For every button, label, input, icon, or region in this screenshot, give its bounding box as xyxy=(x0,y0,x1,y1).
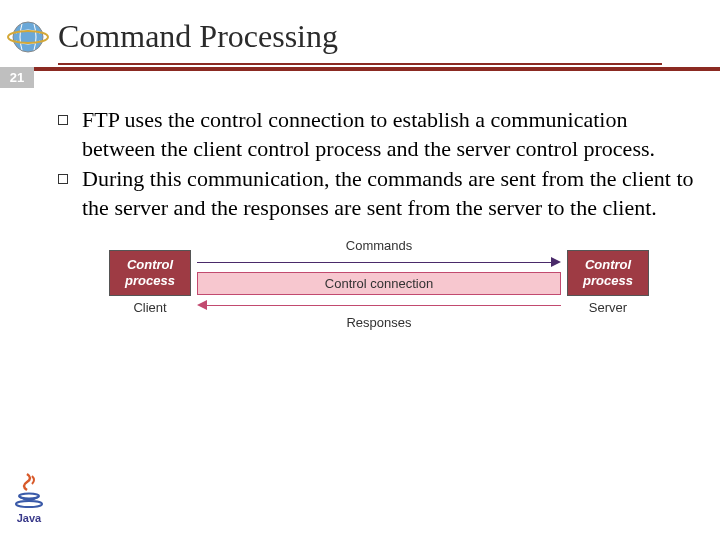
list-item: During this communication, the commands … xyxy=(58,165,700,222)
bullet-text: FTP uses the control connection to estab… xyxy=(82,106,700,163)
slide-header: Command Processing xyxy=(0,0,720,63)
commands-label: Commands xyxy=(346,238,412,253)
bullet-icon xyxy=(58,174,68,184)
responses-label: Responses xyxy=(346,315,411,330)
java-logo: Java xyxy=(6,470,52,530)
bullet-list: FTP uses the control connection to estab… xyxy=(58,106,700,222)
java-text: Java xyxy=(17,512,41,524)
list-item: FTP uses the control connection to estab… xyxy=(58,106,700,163)
slide-content: FTP uses the control connection to estab… xyxy=(0,88,720,330)
server-label: Server xyxy=(589,300,627,315)
title-underline xyxy=(58,63,662,65)
svg-point-0 xyxy=(13,22,43,52)
diagram-middle: Commands Control connection Responses xyxy=(191,250,567,330)
client-label: Client xyxy=(133,300,166,315)
page-number-bar xyxy=(34,67,720,71)
server-group: Control process Server xyxy=(567,250,649,314)
page-number: 21 xyxy=(0,67,34,88)
client-process-box: Control process xyxy=(109,250,191,295)
svg-point-3 xyxy=(16,501,42,507)
commands-arrow: Commands xyxy=(197,254,561,270)
slide-title: Command Processing xyxy=(58,18,338,55)
page-number-row: 21 xyxy=(0,67,720,88)
globe-icon xyxy=(4,19,50,55)
responses-arrow xyxy=(197,297,561,313)
ftp-diagram: Control process Client Commands Control … xyxy=(109,250,649,330)
server-process-box: Control process xyxy=(567,250,649,295)
client-group: Control process Client xyxy=(109,250,191,314)
bullet-text: During this communication, the commands … xyxy=(82,165,700,222)
java-cup-icon xyxy=(13,470,45,510)
control-connection-box: Control connection xyxy=(197,272,561,295)
bullet-icon xyxy=(58,115,68,125)
